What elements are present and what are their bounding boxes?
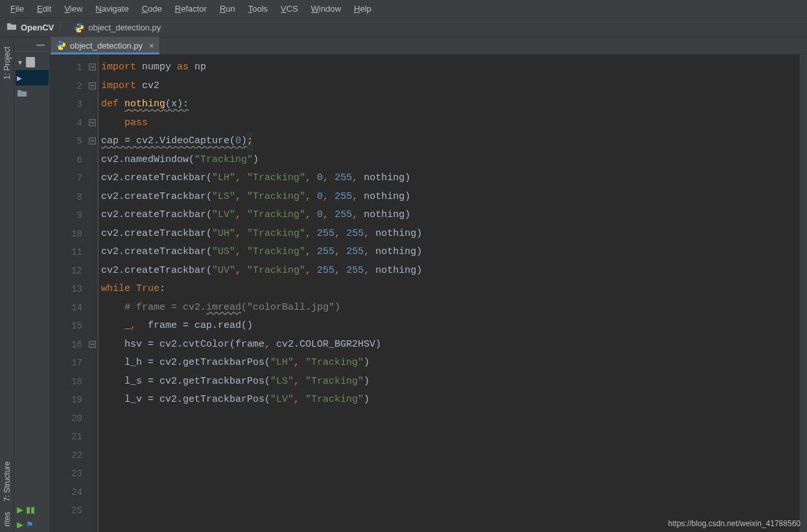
project-toolbar: —	[14, 38, 50, 52]
run-triangle-icon[interactable]: ▶	[17, 75, 22, 82]
line-number: 19	[51, 391, 82, 410]
code-line[interactable]: cap = cv2.VideoCapture(0);	[101, 132, 807, 151]
line-number: 8	[51, 188, 82, 207]
vertical-scrollbar[interactable]	[799, 54, 807, 532]
code-line[interactable]: import cv2	[101, 77, 807, 96]
line-number: 11	[51, 243, 82, 262]
expand-triangle-icon[interactable]: ▼	[17, 59, 23, 66]
project-tool-window: — ▼ ▶ ▶▮▮ ▶⚑	[14, 38, 51, 532]
fold-toggle-icon[interactable]: −	[89, 119, 96, 126]
menu-tools[interactable]: Tools	[242, 3, 274, 15]
breadcrumb-project[interactable]: OpenCV	[21, 23, 54, 32]
debug-icon[interactable]: ⚑	[26, 520, 34, 529]
svg-point-3	[62, 48, 63, 49]
line-number-gutter: 1234567891011121314151617181920212223242…	[51, 54, 88, 532]
structure-tool-tab[interactable]: 7: Structure	[1, 456, 13, 507]
code-line[interactable]: _, frame = cap.read()	[101, 317, 807, 336]
line-number: 23	[51, 465, 82, 483]
svg-point-2	[59, 41, 60, 43]
breadcrumb-file[interactable]: object_detection.py	[88, 23, 161, 32]
close-tab-icon[interactable]: ×	[149, 41, 154, 51]
code-line[interactable]: # frame = cv2.imread("colorBall.jpg")	[101, 299, 807, 318]
code-line[interactable]: l_s = cv2.getTrackbarPos("LS", "Tracking…	[101, 373, 807, 391]
menu-run[interactable]: Run	[213, 3, 242, 15]
run-icon[interactable]: ▶	[17, 505, 23, 515]
line-number: 18	[51, 373, 82, 391]
python-file-icon	[56, 40, 66, 51]
menu-code[interactable]: Code	[135, 3, 169, 15]
code-line[interactable]: hsv = cv2.cvtColor(frame, cv2.COLOR_BGR2…	[101, 336, 807, 354]
menu-vcs[interactable]: VCS	[274, 3, 305, 15]
tree-row[interactable]	[16, 86, 49, 101]
file-icon	[26, 57, 35, 67]
code-line[interactable]: cv2.createTrackbar("UV", "Tracking", 255…	[101, 262, 807, 281]
line-number: 2	[51, 77, 82, 96]
code-line[interactable]: pass	[101, 114, 807, 133]
line-number: 16	[51, 336, 82, 354]
line-number: 13	[51, 280, 82, 299]
editor-area: object_detection.py × 123456789101112131…	[51, 38, 807, 532]
menu-navigate[interactable]: Navigate	[89, 3, 135, 15]
code-line[interactable]: def nothing(x):	[101, 95, 807, 114]
fold-toggle-icon[interactable]: −	[89, 64, 96, 71]
line-number: 3	[51, 95, 82, 114]
code-line[interactable]: import numpy as np	[101, 58, 807, 77]
line-number: 4	[51, 114, 82, 133]
svg-point-0	[77, 24, 78, 25]
line-number: 6	[51, 151, 82, 170]
menu-refactor[interactable]: Refactor	[169, 3, 213, 15]
tab-label: object_detection.py	[70, 41, 143, 51]
code-line[interactable]: cv2.createTrackbar("LH", "Tracking", 0, …	[101, 169, 807, 188]
line-number: 25	[51, 502, 82, 520]
coverage-icon[interactable]: ▮▮	[26, 505, 35, 515]
line-number: 21	[51, 428, 82, 446]
menu-bar: FileEditViewNavigateCodeRefactorRunTools…	[0, 0, 807, 18]
fold-gutter: −−−−−	[88, 54, 99, 532]
breadcrumb-separator-icon: 〉	[58, 21, 67, 34]
menu-file[interactable]: File	[4, 3, 30, 15]
code-line[interactable]: l_v = cv2.getTrackbarPos("LV", "Tracking…	[101, 391, 807, 410]
code-line[interactable]: while True:	[101, 280, 807, 299]
editor-tab[interactable]: object_detection.py ×	[51, 37, 160, 54]
menu-view[interactable]: View	[58, 3, 89, 15]
tree-row[interactable]: ▶	[16, 70, 49, 86]
code-editor[interactable]: import numpy as npimport cv2def nothing(…	[99, 54, 807, 532]
code-line[interactable]: l_h = cv2.getTrackbarPos("LH", "Tracking…	[101, 354, 807, 373]
python-file-icon	[74, 23, 84, 33]
line-number: 1	[51, 58, 82, 77]
fold-toggle-icon[interactable]: −	[89, 137, 96, 145]
line-number: 14	[51, 299, 82, 318]
line-number: 17	[51, 354, 82, 373]
fold-toggle-icon[interactable]: −	[89, 82, 96, 89]
line-number: 22	[51, 446, 82, 465]
code-line[interactable]: cv2.createTrackbar("UH", "Tracking", 255…	[101, 225, 807, 244]
line-number: 7	[51, 169, 82, 188]
left-tool-strip: 1: Project 7: Structure rites	[0, 38, 14, 532]
run-icon[interactable]: ▶	[17, 520, 23, 529]
menu-window[interactable]: Window	[305, 3, 347, 15]
navigation-bar: OpenCV 〉 object_detection.py	[0, 18, 807, 38]
fold-toggle-icon[interactable]: −	[89, 341, 96, 348]
menu-help[interactable]: Help	[347, 3, 378, 15]
folder-icon	[17, 89, 27, 98]
project-tool-tab[interactable]: 1: Project	[1, 41, 13, 85]
hide-tool-window-icon[interactable]: —	[34, 40, 47, 49]
editor-tabs: object_detection.py ×	[51, 38, 807, 54]
line-number: 5	[51, 132, 82, 151]
menu-edit[interactable]: Edit	[30, 3, 58, 15]
code-line[interactable]: cv2.createTrackbar("LS", "Tracking", 0, …	[101, 188, 807, 207]
svg-point-1	[80, 30, 81, 32]
line-number: 10	[51, 225, 82, 244]
line-number: 15	[51, 317, 82, 336]
line-number: 20	[51, 410, 82, 428]
watermark-text: https://blog.csdn.net/weixin_41788560	[668, 519, 801, 528]
code-line[interactable]: cv2.createTrackbar("US", "Tracking", 255…	[101, 243, 807, 262]
code-line[interactable]: cv2.createTrackbar("LV", "Tracking", 0, …	[101, 206, 807, 225]
line-number: 12	[51, 262, 82, 281]
code-line[interactable]: cv2.namedWindow("Tracking")	[101, 151, 807, 170]
line-number: 24	[51, 483, 82, 502]
line-number: 9	[51, 206, 82, 225]
tree-row[interactable]: ▼	[16, 54, 49, 70]
folder-icon	[6, 22, 17, 33]
favorites-tool-tab[interactable]: rites	[1, 507, 13, 532]
